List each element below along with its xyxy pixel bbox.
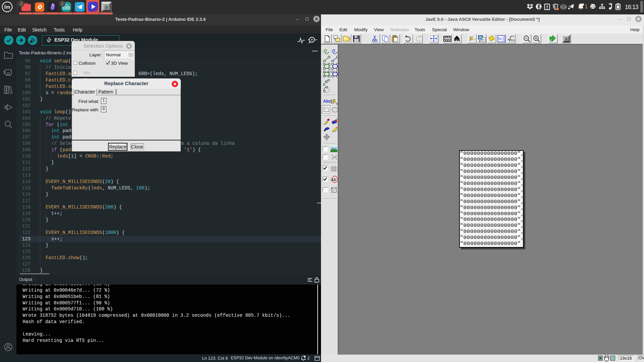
svg-text:intel: intel [561,6,566,8]
svg-text:bc: bc [498,37,502,41]
svg-text:ä: ä [333,177,336,182]
svg-text:lm: lm [4,4,10,10]
svg-text:F: F [470,36,473,42]
svg-text:F: F [332,99,336,105]
svg-text:f(x): f(x) [511,39,515,42]
svg-text:a: a [331,177,333,182]
svg-text:a: a [566,37,568,41]
svg-text:ig: ig [336,102,338,105]
svg-text:Ai: Ai [482,39,485,41]
svg-text:a: a [105,4,108,10]
